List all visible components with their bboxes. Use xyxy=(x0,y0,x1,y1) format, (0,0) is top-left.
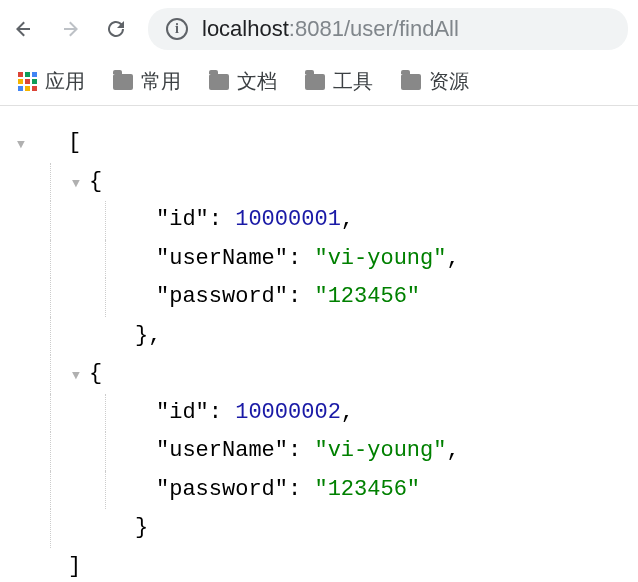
folder-icon xyxy=(209,74,229,90)
apps-label: 应用 xyxy=(45,68,85,95)
folder-icon xyxy=(401,74,421,90)
site-info-icon[interactable]: i xyxy=(166,18,188,40)
json-key: "password" xyxy=(156,471,288,510)
url-host: localhost xyxy=(202,16,289,41)
json-bracket: [ xyxy=(68,124,81,163)
collapse-toggle-icon[interactable]: ▼ xyxy=(12,134,30,157)
json-viewer: ▼ [ ▼ { "id": 10000001, "userName": "vi-… xyxy=(0,106,638,582)
back-button[interactable] xyxy=(10,15,38,43)
json-string: "vi-young" xyxy=(314,240,446,279)
json-number: 10000001 xyxy=(235,201,341,240)
json-brace: } xyxy=(135,509,148,548)
url-port: :8081 xyxy=(289,16,344,41)
browser-toolbar: i localhost:8081/user/findAll xyxy=(0,0,638,58)
json-string: "123456" xyxy=(314,471,420,510)
apps-icon xyxy=(18,72,37,91)
json-string: "vi-young" xyxy=(314,432,446,471)
json-brace: { xyxy=(89,355,102,394)
json-bracket: ] xyxy=(68,548,81,583)
url-path: /user/findAll xyxy=(344,16,459,41)
json-brace: { xyxy=(89,163,102,202)
reload-button[interactable] xyxy=(102,15,130,43)
bookmark-folder[interactable]: 文档 xyxy=(209,68,277,95)
bookmark-folder[interactable]: 常用 xyxy=(113,68,181,95)
bookmark-folder[interactable]: 工具 xyxy=(305,68,373,95)
json-key: "id" xyxy=(156,201,209,240)
json-key: "id" xyxy=(156,394,209,433)
collapse-toggle-icon[interactable]: ▼ xyxy=(67,173,85,196)
forward-button[interactable] xyxy=(56,15,84,43)
json-key: "password" xyxy=(156,278,288,317)
url-bar[interactable]: i localhost:8081/user/findAll xyxy=(148,8,628,50)
bookmark-label: 资源 xyxy=(429,68,469,95)
bookmark-folder[interactable]: 资源 xyxy=(401,68,469,95)
json-brace: }, xyxy=(135,317,161,356)
folder-icon xyxy=(305,74,325,90)
collapse-toggle-icon[interactable]: ▼ xyxy=(67,365,85,388)
bookmarks-bar: 应用 常用 文档 工具 资源 xyxy=(0,58,638,106)
bookmark-label: 工具 xyxy=(333,68,373,95)
folder-icon xyxy=(113,74,133,90)
json-string: "123456" xyxy=(314,278,420,317)
json-key: "userName" xyxy=(156,240,288,279)
json-key: "userName" xyxy=(156,432,288,471)
bookmark-label: 文档 xyxy=(237,68,277,95)
apps-shortcut[interactable]: 应用 xyxy=(18,68,85,95)
json-number: 10000002 xyxy=(235,394,341,433)
bookmark-label: 常用 xyxy=(141,68,181,95)
url-text: localhost:8081/user/findAll xyxy=(202,16,459,42)
